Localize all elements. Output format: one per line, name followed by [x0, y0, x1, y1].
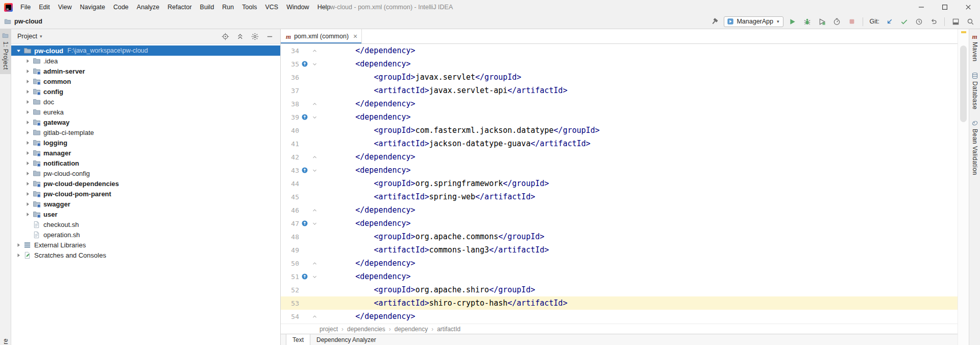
- code-line-35[interactable]: 35 <dependency>: [281, 57, 958, 71]
- tree-item-operation-sh[interactable]: operation.sh: [11, 229, 280, 240]
- tree-item-admin-server[interactable]: admin-server: [11, 66, 280, 76]
- tree-item-pw-cloud-dependencies[interactable]: pw-cloud-dependencies: [11, 178, 280, 189]
- vcs-commit-button[interactable]: [898, 16, 910, 27]
- code-line-54[interactable]: 54 </dependency>: [281, 310, 958, 323]
- fold-open-icon[interactable]: [310, 221, 318, 226]
- menu-navigate[interactable]: Navigate: [76, 2, 109, 13]
- breadcrumb-dependency[interactable]: dependency: [395, 326, 428, 333]
- code-text[interactable]: <groupId>javax.servlet</groupId>: [318, 73, 521, 82]
- code-line-44[interactable]: 44 <groupId>org.springframework</groupId…: [281, 177, 958, 190]
- scrollbar-thumb[interactable]: [960, 45, 967, 122]
- tree-item-pw-cloud[interactable]: pw-cloudF:\java_workspace\pw-cloud: [11, 45, 280, 56]
- code-text[interactable]: <artifactId>spring-web</artifactId>: [318, 192, 535, 201]
- vcs-rollback-button[interactable]: [928, 16, 939, 27]
- tree-item-gateway[interactable]: gateway: [11, 117, 280, 127]
- tree-item-manager[interactable]: manager: [11, 148, 280, 158]
- fold-open-icon[interactable]: [310, 274, 318, 280]
- tree-arrow-right-icon[interactable]: [23, 128, 32, 136]
- maven-dependency-gutter[interactable]: [299, 220, 310, 227]
- menu-file[interactable]: File: [16, 2, 35, 13]
- tool-stripe-maven-button[interactable]: mMaven: [971, 33, 978, 62]
- code-line-39[interactable]: 39 <dependency>: [281, 110, 958, 124]
- code-text[interactable]: <dependency>: [318, 166, 411, 175]
- menu-tools[interactable]: Tools: [238, 2, 261, 13]
- code-text[interactable]: </dependency>: [318, 46, 415, 55]
- fold-close-icon[interactable]: [310, 154, 318, 160]
- code-text[interactable]: <dependency>: [318, 59, 411, 68]
- run-with-coverage-button[interactable]: [817, 16, 828, 27]
- code-text[interactable]: <groupId>org.springframework</groupId>: [318, 179, 549, 188]
- code-line-48[interactable]: 48 <groupId>org.apache.commons</groupId>: [281, 230, 958, 243]
- tree-arrow-right-icon[interactable]: [23, 139, 32, 147]
- tree-arrow-right-icon[interactable]: [23, 179, 32, 188]
- code-line-38[interactable]: 38 </dependency>: [281, 97, 958, 110]
- breadcrumb-dependencies[interactable]: dependencies: [347, 326, 385, 333]
- bottom-tab-dependency-analyzer[interactable]: Dependency Analyzer: [310, 334, 382, 345]
- tree-item-common[interactable]: common: [11, 76, 280, 86]
- code-line-43[interactable]: 43 <dependency>: [281, 164, 958, 177]
- fold-close-icon[interactable]: [310, 261, 318, 266]
- fold-open-icon[interactable]: [310, 114, 318, 120]
- menu-run[interactable]: Run: [218, 2, 238, 13]
- vcs-update-button[interactable]: [884, 16, 895, 27]
- chevron-down-icon[interactable]: ▾: [40, 34, 42, 39]
- code-line-37[interactable]: 37 <artifactId>javax.servlet-api</artifa…: [281, 84, 958, 97]
- collapse-all-button[interactable]: [236, 32, 244, 41]
- run-button[interactable]: [787, 16, 798, 27]
- editor-tab-pom-xml[interactable]: m pom.xml (common) ×: [281, 29, 362, 43]
- tree-item-doc[interactable]: doc: [11, 97, 280, 107]
- code-text[interactable]: </dependency>: [318, 152, 415, 162]
- maven-dependency-gutter[interactable]: [299, 60, 310, 67]
- menu-refactor[interactable]: Refactor: [163, 2, 195, 13]
- fold-open-icon[interactable]: [310, 168, 318, 173]
- tree-arrow-right-icon[interactable]: [23, 169, 32, 177]
- tree-item-user[interactable]: user: [11, 209, 280, 219]
- tree-item-notification[interactable]: notification: [11, 158, 280, 168]
- tree-arrow-right-icon[interactable]: [23, 210, 32, 218]
- vcs-history-button[interactable]: [913, 16, 924, 27]
- breadcrumb-artifactid[interactable]: artifactId: [437, 326, 460, 333]
- tree-arrow-right-icon[interactable]: [23, 67, 32, 75]
- code-text[interactable]: <dependency>: [318, 272, 411, 281]
- code-text[interactable]: <artifactId>jackson-datatype-guava</arti…: [318, 139, 591, 148]
- tree-arrow-right-icon[interactable]: [23, 77, 32, 85]
- code-text[interactable]: <dependency>: [318, 112, 411, 122]
- menu-edit[interactable]: Edit: [35, 2, 54, 13]
- tree-item-config[interactable]: config: [11, 86, 280, 97]
- run-configuration-combo[interactable]: ManagerApp▾: [724, 16, 783, 27]
- code-line-47[interactable]: 47 <dependency>: [281, 217, 958, 230]
- project-panel-title[interactable]: Project: [17, 33, 37, 40]
- tool-stripe-project-button[interactable]: 1: Project: [0, 29, 11, 74]
- code-text[interactable]: <dependency>: [318, 219, 411, 228]
- code-line-36[interactable]: 36 <groupId>javax.servlet</groupId>: [281, 71, 958, 84]
- code-text[interactable]: </dependency>: [318, 205, 415, 215]
- close-button[interactable]: [957, 0, 980, 14]
- hide-button[interactable]: [265, 32, 274, 41]
- tree-arrow-right-icon[interactable]: [23, 200, 32, 208]
- fold-close-icon[interactable]: [310, 101, 318, 107]
- code-line-34[interactable]: 34 </dependency>: [281, 44, 958, 57]
- tool-stripe-database-button[interactable]: Database: [971, 72, 978, 109]
- tree-arrow-right-icon[interactable]: [23, 57, 32, 65]
- code-text[interactable]: </dependency>: [318, 259, 415, 268]
- tree-item-external-libraries[interactable]: External Libraries: [11, 240, 280, 250]
- hide-windows-button[interactable]: [950, 16, 961, 27]
- code-text[interactable]: <artifactId>javax.servlet-api</artifactI…: [318, 86, 568, 95]
- fold-close-icon[interactable]: [310, 48, 318, 54]
- tree-item-idea[interactable]: .idea: [11, 56, 280, 66]
- tree-item-pw-cloud-config[interactable]: pw-cloud-config: [11, 168, 280, 178]
- navbar-breadcrumb[interactable]: pw-cloud: [4, 18, 42, 25]
- profiler-button[interactable]: [831, 16, 843, 27]
- code-editor[interactable]: 34 </dependency>35 <dependency>36 <group…: [281, 44, 958, 324]
- code-text[interactable]: <groupId>org.apache.shiro</groupId>: [318, 285, 535, 294]
- tree-arrow-right-icon[interactable]: [23, 159, 32, 167]
- fold-open-icon[interactable]: [310, 61, 318, 67]
- tree-arrow-right-icon[interactable]: [23, 98, 32, 106]
- code-line-53[interactable]: 53 <artifactId>shiro-crypto-hash</artifa…: [281, 296, 958, 310]
- tree-item-gitlab-ci-template[interactable]: gitlab-ci-template: [11, 127, 280, 137]
- code-line-50[interactable]: 50 </dependency>: [281, 257, 958, 270]
- code-text[interactable]: <artifactId>shiro-crypto-hash</artifactI…: [318, 298, 568, 308]
- tree-arrow-right-icon[interactable]: [23, 190, 32, 198]
- tree-arrow-right-icon[interactable]: [23, 118, 32, 126]
- tree-arrow-right-icon[interactable]: [23, 149, 32, 157]
